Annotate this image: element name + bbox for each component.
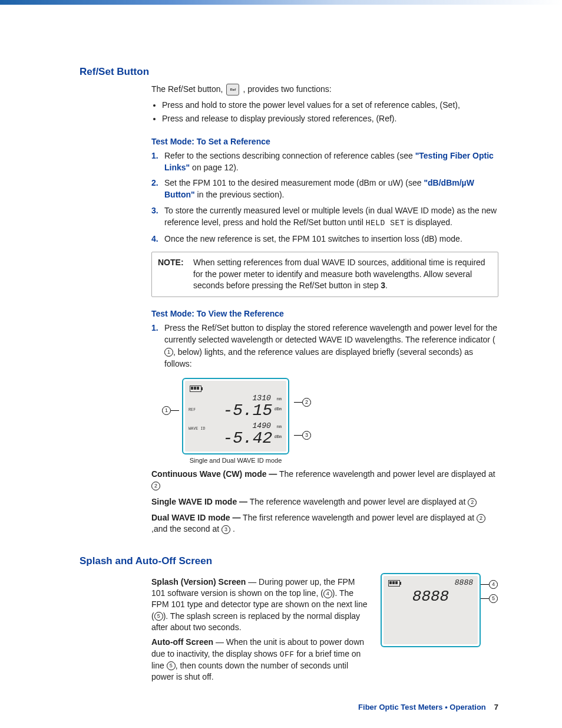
to-set-list: 1.Refer to the sections describing conne… — [151, 150, 498, 245]
refset-bullets: Press and hold to store the power level … — [162, 99, 498, 125]
splash-text: Splash (Version) Screen — During power u… — [151, 577, 368, 634]
list-item: 1.Press the Ref/Set button to display th… — [151, 322, 498, 370]
callout-2-icon: 2 — [477, 514, 485, 523]
callout-2: 2 — [294, 398, 311, 407]
list-item: 1.Refer to the sections describing conne… — [151, 150, 498, 174]
text: The Ref/Set button, — [151, 84, 223, 95]
callout-2-icon: 2 — [151, 482, 160, 490]
mode-cw: Continuous Wave (CW) mode — The referenc… — [151, 469, 498, 492]
lcd-caption: Single and Dual WAVE ID mode — [182, 457, 289, 464]
callout-4: 4 — [481, 580, 498, 589]
to-view-list: 1.Press the Ref/Set button to display th… — [151, 322, 498, 370]
battery-icon — [190, 386, 201, 392]
note-label: NOTE: — [158, 257, 193, 292]
callout-5: 5 — [481, 594, 498, 603]
callout-5-icon: 5 — [167, 661, 176, 670]
list-item: 3.To store the currently measured level … — [151, 205, 498, 229]
ref-key-icon: Ref — [226, 84, 239, 95]
list-item: Press and hold to store the power level … — [162, 99, 498, 111]
lcd-display-1: 1310 nm REF -5.15dBm 1490 nm WAVE ID -5.… — [182, 378, 289, 454]
callout-3: 3 — [294, 431, 311, 440]
list-item: Press and release to display previously … — [162, 113, 498, 124]
heading-to-set: Test Mode: To Set a Reference — [151, 137, 498, 146]
lcd-display-2: 8888 8888 — [381, 573, 481, 647]
heading-splash: Splash and Auto-Off Screen — [80, 555, 498, 567]
splash-type-line: 8888 — [388, 589, 473, 604]
mode-single: Single WAVE ID mode — The reference wave… — [151, 496, 498, 508]
battery-icon — [388, 580, 400, 587]
page-footer: Fiber Optic Test Meters • Operation7 — [358, 703, 498, 711]
callout-3-icon: 3 — [222, 525, 230, 534]
mode-dual: Dual WAVE ID mode — The first reference … — [151, 512, 498, 535]
refset-intro: The Ref/Set button, Ref , provides two f… — [151, 84, 498, 95]
splash-version-line: 8888 — [455, 578, 473, 587]
ref-indicator: REF — [189, 408, 196, 412]
autooff-text: Auto-off Screen — When the unit is about… — [151, 637, 368, 683]
note-box: NOTE: When setting references from dual … — [151, 252, 498, 297]
text: , provides two functions: — [243, 84, 331, 95]
heading-to-view: Test Mode: To View the Reference — [151, 309, 498, 318]
note-text: When setting references from dual WAVE I… — [193, 257, 492, 292]
callout-1: 1 — [162, 406, 179, 415]
list-item: 2.Set the FPM 101 to the desired measure… — [151, 177, 498, 201]
callout-1-icon: 1 — [164, 348, 173, 357]
callout-4-icon: 4 — [323, 589, 332, 598]
callout-5-icon: 5 — [154, 612, 163, 621]
waveid-indicator: WAVE ID — [189, 427, 206, 431]
header-gradient-bar — [0, 0, 562, 5]
heading-refset: Ref/Set Button — [80, 66, 498, 78]
callout-2-icon: 2 — [468, 498, 477, 507]
list-item: 4.Once the new reference is set, the FPM… — [151, 233, 498, 245]
